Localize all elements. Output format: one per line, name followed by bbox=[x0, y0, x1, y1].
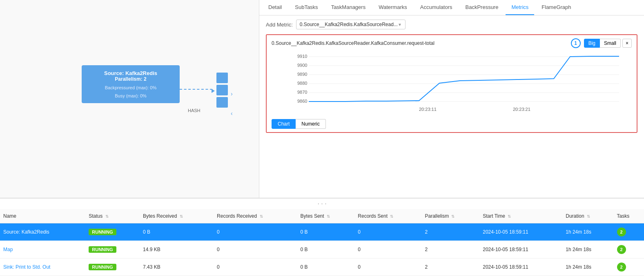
size-small-button[interactable]: Small bbox=[600, 39, 621, 48]
mini-box-1[interactable] bbox=[216, 73, 228, 83]
svg-text:9870: 9870 bbox=[297, 90, 307, 95]
cell-bytes-sent: 0 B bbox=[297, 223, 355, 241]
metric-card-header: 0.Source__Kafka2Redis.KafkaSourceReader.… bbox=[272, 38, 632, 48]
job-name-link[interactable]: Sink: Print to Std. Out bbox=[3, 264, 50, 270]
main-container: Source: Kafka2Redis Parallelism: 2 Backp… bbox=[0, 0, 644, 276]
svg-text:20:23:11: 20:23:11 bbox=[419, 107, 437, 112]
more-dots: · · · bbox=[0, 199, 644, 209]
metric-content: Add Metric: 0.Source__Kafka2Redis.KafkaS… bbox=[259, 15, 644, 198]
add-metric-select[interactable]: 0.Source__Kafka2Redis.KafkaSourceRead...… bbox=[296, 20, 406, 29]
add-metric-row: Add Metric: 0.Source__Kafka2Redis.KafkaS… bbox=[266, 20, 637, 29]
tasks-badge: 2 bbox=[617, 227, 626, 236]
metric-size-buttons: Big Small bbox=[584, 39, 621, 48]
metric-badge: 1 bbox=[571, 38, 581, 48]
cell-records-received: 0 bbox=[214, 241, 297, 258]
tab-detail[interactable]: Detail bbox=[263, 0, 287, 15]
mini-box-2[interactable] bbox=[216, 85, 228, 95]
col-status: Status ⇅ bbox=[85, 209, 140, 223]
tab-backpressure[interactable]: BackPressure bbox=[460, 0, 504, 15]
col-records-received: Records Received ⇅ bbox=[214, 209, 297, 223]
cell-records-sent: 0 bbox=[354, 258, 421, 276]
col-start-time: Start Time ⇅ bbox=[479, 209, 562, 223]
size-big-button[interactable]: Big bbox=[584, 39, 600, 48]
svg-text:20:23:21: 20:23:21 bbox=[513, 107, 530, 112]
cell-duration: 1h 24m 18s bbox=[562, 241, 613, 258]
cell-name: Source: Kafka2Redis bbox=[0, 223, 85, 241]
svg-text:9880: 9880 bbox=[297, 81, 307, 86]
node-backpressured: Backpressured (max): 0% bbox=[88, 85, 173, 90]
add-metric-label: Add Metric: bbox=[266, 22, 293, 28]
cell-status: RUNNING bbox=[85, 223, 140, 241]
table-row[interactable]: Sink: Print to Std. OutRUNNING7.43 KB00 … bbox=[0, 258, 644, 276]
cell-tasks: 2 bbox=[614, 223, 644, 241]
cell-bytes-received: 7.43 KB bbox=[140, 258, 214, 276]
table-row[interactable]: MapRUNNING14.9 KB00 B022024-10-05 18:59:… bbox=[0, 241, 644, 258]
mini-box-3[interactable] bbox=[216, 97, 228, 108]
job-name-link[interactable]: Map bbox=[3, 247, 13, 252]
cell-status: RUNNING bbox=[85, 241, 140, 258]
status-badge: RUNNING bbox=[89, 264, 116, 270]
flow-arrow bbox=[212, 89, 215, 93]
svg-text:9900: 9900 bbox=[297, 63, 307, 68]
cell-tasks: 2 bbox=[614, 258, 644, 276]
cell-duration: 1h 24m 18s bbox=[562, 258, 613, 276]
node-title: Source: Kafka2Redis bbox=[88, 70, 173, 76]
sort-icon-parallelism: ⇅ bbox=[451, 214, 455, 219]
node-busy: Busy (max): 0% bbox=[88, 93, 173, 98]
col-records-sent: Records Sent ⇅ bbox=[354, 209, 421, 223]
bottom-table: · · · Name Status ⇅ Bytes Received ⇅ bbox=[0, 198, 644, 276]
tab-taskmanagers[interactable]: TaskManagers bbox=[325, 0, 372, 15]
chevron-left-icon[interactable]: ‹ bbox=[231, 110, 233, 117]
cell-tasks: 2 bbox=[614, 241, 644, 258]
cell-bytes-sent: 0 B bbox=[297, 241, 355, 258]
status-badge: RUNNING bbox=[89, 229, 116, 235]
col-bytes-received: Bytes Received ⇅ bbox=[140, 209, 214, 223]
cell-name: Sink: Print to Std. Out bbox=[0, 258, 85, 276]
tab-metrics[interactable]: Metrics bbox=[506, 0, 534, 15]
sort-icon-bytes-sent: ⇅ bbox=[327, 214, 330, 219]
cell-records-sent: 0 bbox=[354, 241, 421, 258]
dropdown-arrow-icon: ▼ bbox=[398, 22, 402, 27]
tasks-badge: 2 bbox=[617, 263, 626, 272]
sort-icon-rec-sent: ⇅ bbox=[390, 214, 393, 219]
cell-status: RUNNING bbox=[85, 258, 140, 276]
flow-canvas: Source: Kafka2Redis Parallelism: 2 Backp… bbox=[0, 0, 259, 198]
svg-text:9890: 9890 bbox=[297, 72, 307, 77]
col-name: Name bbox=[0, 209, 85, 223]
cell-bytes-sent: 0 B bbox=[297, 258, 355, 276]
numeric-toggle-button[interactable]: Numeric bbox=[296, 119, 326, 129]
tab-accumulators[interactable]: Accumulators bbox=[414, 0, 458, 15]
chevron-right-icon[interactable]: › bbox=[231, 91, 233, 97]
tasks-badge: 2 bbox=[617, 245, 626, 254]
tab-bar: Detail SubTasks TaskManagers Watermarks … bbox=[259, 0, 644, 15]
node-parallelism: Parallelism: 2 bbox=[88, 76, 173, 82]
cell-bytes-received: 14.9 KB bbox=[140, 241, 214, 258]
cell-start-time: 2024-10-05 18:59:11 bbox=[479, 258, 562, 276]
cell-start-time: 2024-10-05 18:59:11 bbox=[479, 241, 562, 258]
cell-records-sent: 0 bbox=[354, 223, 421, 241]
table-row[interactable]: Source: Kafka2RedisRUNNING0 B00 B022024-… bbox=[0, 223, 644, 241]
flow-node-source[interactable]: Source: Kafka2Redis Parallelism: 2 Backp… bbox=[82, 65, 180, 103]
tab-watermarks[interactable]: Watermarks bbox=[373, 0, 413, 15]
job-name-link[interactable]: Source: Kafka2Redis bbox=[3, 229, 49, 235]
svg-text:9860: 9860 bbox=[297, 99, 307, 104]
cell-bytes-received: 0 B bbox=[140, 223, 214, 241]
mini-boxes bbox=[216, 73, 228, 108]
metric-card: 0.Source__Kafka2Redis.KafkaSourceReader.… bbox=[266, 34, 637, 133]
col-parallelism: Parallelism ⇅ bbox=[421, 209, 479, 223]
cell-records-received: 0 bbox=[214, 258, 297, 276]
sort-icon-rec-recv: ⇅ bbox=[260, 214, 263, 219]
chart-svg: 9910 9900 9890 9880 9870 9860 bbox=[272, 51, 632, 116]
tab-flamegraph[interactable]: FlameGraph bbox=[536, 0, 577, 15]
tab-subtasks[interactable]: SubTasks bbox=[289, 0, 323, 15]
sort-icon: ⇅ bbox=[105, 214, 109, 219]
flow-connector bbox=[180, 89, 212, 90]
chart-toggle-button[interactable]: Chart bbox=[272, 119, 296, 129]
chart-line bbox=[309, 56, 619, 102]
cell-records-received: 0 bbox=[214, 223, 297, 241]
col-duration: Duration ⇅ bbox=[562, 209, 613, 223]
cell-duration: 1h 24m 18s bbox=[562, 223, 613, 241]
chart-container: 9910 9900 9890 9880 9870 9860 bbox=[272, 51, 632, 116]
close-metric-button[interactable]: × bbox=[622, 39, 632, 48]
svg-text:9910: 9910 bbox=[297, 54, 307, 59]
